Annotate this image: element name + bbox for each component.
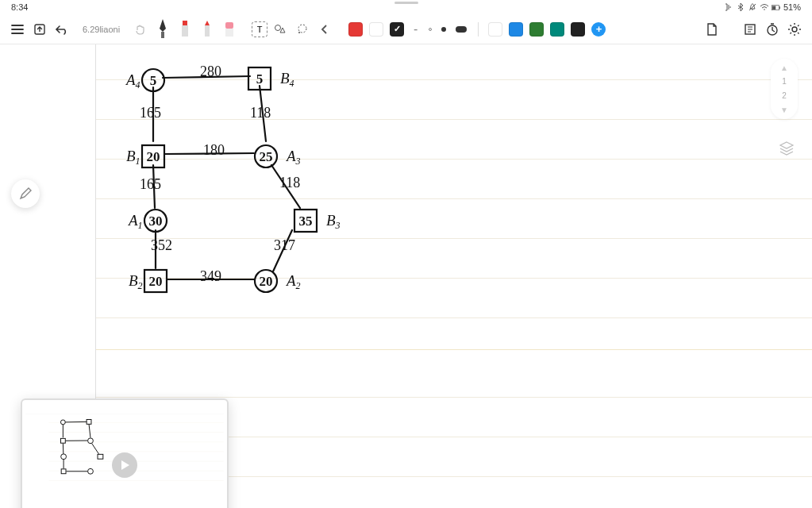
separator-dash: - (414, 22, 418, 37)
page-up-icon[interactable]: ▲ (780, 64, 788, 72)
preview-thumbnail[interactable] (21, 398, 229, 508)
edit-fab[interactable] (11, 179, 40, 208)
svg-rect-85 (61, 469, 66, 474)
document-name[interactable]: 6.29liaoni (78, 23, 125, 36)
svg-point-15 (298, 25, 306, 33)
undo-icon[interactable] (52, 20, 71, 39)
color-red[interactable] (348, 22, 363, 37)
add-color-button[interactable]: + (591, 22, 606, 37)
eraser-tool[interactable] (221, 17, 237, 41)
battery-text: 51% (783, 2, 801, 12)
svg-marker-9 (205, 21, 210, 25)
bluetooth-icon (736, 2, 745, 12)
svg-point-13 (275, 25, 281, 30)
svg-rect-6 (161, 32, 164, 38)
timer-icon[interactable] (763, 20, 782, 39)
status-right: 51% (724, 2, 801, 12)
page-down-icon[interactable]: ▼ (780, 106, 788, 114)
swatch-green[interactable] (529, 22, 544, 37)
svg-rect-10 (205, 25, 210, 37)
svg-rect-3 (772, 6, 775, 10)
svg-rect-12 (225, 29, 233, 37)
svg-rect-11 (225, 22, 233, 29)
color-black-selected[interactable]: ✓ (390, 22, 404, 37)
svg-rect-62 (25, 403, 223, 414)
canvas[interactable]: 55202530352020 A4B4B1A3A1B3B2A2 28016511… (0, 44, 812, 508)
menu-icon[interactable] (8, 20, 27, 39)
hand-tool-icon[interactable] (131, 20, 150, 39)
svg-point-82 (88, 438, 94, 444)
lasso-tool-icon[interactable] (293, 20, 312, 39)
export-icon[interactable] (30, 20, 49, 39)
svg-line-76 (92, 444, 99, 454)
svg-rect-80 (87, 419, 91, 424)
page-number-2[interactable]: 2 (782, 91, 787, 101)
stroke-medium[interactable] (441, 27, 446, 32)
status-time: 8:34 (11, 2, 28, 12)
fountain-pen-tool[interactable] (155, 17, 171, 41)
divider (478, 22, 479, 37)
marker-red-tool[interactable] (177, 17, 193, 41)
battery-icon (772, 2, 781, 12)
stroke-thin[interactable] (429, 28, 432, 31)
swatch-white[interactable] (488, 22, 502, 37)
bookmark-icon[interactable] (741, 20, 760, 39)
swatch-black[interactable] (571, 22, 585, 37)
svg-point-83 (61, 454, 67, 460)
svg-line-73 (89, 424, 90, 437)
dnd-icon (748, 2, 757, 12)
nfc-icon (724, 2, 733, 12)
svg-point-86 (88, 468, 94, 474)
text-tool-icon[interactable]: T (252, 21, 267, 37)
svg-point-16 (298, 32, 300, 33)
stroke-thick[interactable] (456, 26, 467, 33)
svg-rect-84 (98, 454, 103, 459)
svg-point-1 (764, 9, 765, 10)
pencil-tool[interactable] (199, 17, 215, 41)
page-nav: ▲ 1 2 ▼ (771, 59, 798, 119)
swatch-teal[interactable] (550, 22, 564, 37)
svg-rect-8 (182, 25, 188, 37)
svg-marker-14 (280, 28, 285, 33)
settings-icon[interactable] (785, 20, 804, 39)
toolbar: 6.29liaoni T ✓ - + (0, 14, 812, 44)
page-number-1[interactable]: 1 (782, 77, 787, 87)
back-icon[interactable] (315, 20, 334, 39)
svg-point-19 (792, 27, 797, 32)
drag-handle[interactable] (394, 2, 418, 4)
play-button[interactable] (112, 452, 137, 478)
new-page-icon[interactable] (702, 20, 722, 39)
svg-rect-4 (779, 6, 780, 9)
swatch-blue[interactable] (509, 22, 523, 37)
svg-rect-7 (183, 21, 187, 25)
wifi-icon (760, 2, 769, 12)
color-white[interactable] (369, 22, 383, 37)
layers-icon[interactable] (779, 140, 795, 159)
svg-rect-81 (60, 438, 65, 443)
svg-point-79 (60, 420, 65, 425)
shapes-tool-icon[interactable] (271, 20, 290, 39)
